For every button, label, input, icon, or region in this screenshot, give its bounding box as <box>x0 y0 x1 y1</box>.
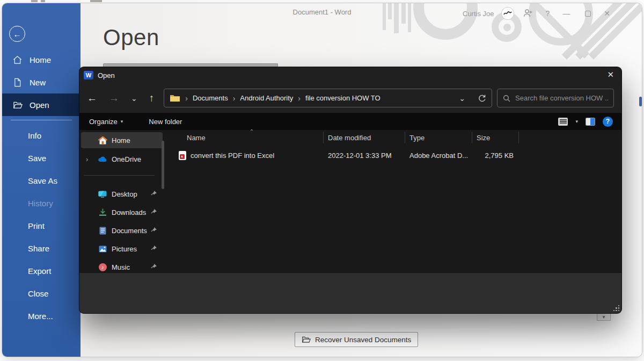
backstage-sidebar: ← Home New Open Info Save Save As <box>2 3 80 357</box>
breadcrumb-android-authority[interactable]: Android Authority <box>240 94 293 102</box>
page-title: Open <box>103 25 159 50</box>
file-type: Adobe Acrobat D... <box>405 151 472 160</box>
refresh-icon[interactable] <box>478 94 486 103</box>
sidebar-divider <box>11 120 72 120</box>
sidebar-item-print[interactable]: Print <box>2 214 80 237</box>
file-list: ˆ Name Date modified Type Size convert t… <box>169 130 621 272</box>
pdf-file-icon <box>179 151 186 160</box>
home-icon <box>12 55 23 65</box>
sidebar-scrollbar-thumb[interactable] <box>162 141 164 189</box>
sidebar-item-label: Home <box>30 55 51 64</box>
window-title: Document1 - Word <box>293 8 352 16</box>
music-icon: ♪ <box>98 263 107 271</box>
sidebar-item-save[interactable]: Save <box>2 147 80 169</box>
account-name[interactable]: Curtis Joe <box>463 10 494 18</box>
sidebar-item-info[interactable]: Info <box>2 124 80 147</box>
sort-ascending-icon: ˆ <box>251 129 253 136</box>
dialog-help-icon[interactable]: ? <box>603 117 613 127</box>
downloads-icon <box>98 208 107 216</box>
recover-unsaved-documents-button[interactable]: Recover Unsaved Documents <box>295 332 418 347</box>
column-header-name[interactable]: Name <box>169 132 324 143</box>
open-file-dialog: W Open ✕ ← → ⌄ ↑ › Documents › Android A… <box>79 67 621 313</box>
word-app-icon: W <box>84 71 93 80</box>
address-bar[interactable]: › Documents › Android Authority › file c… <box>164 89 492 107</box>
resize-grip[interactable] <box>613 305 619 311</box>
sidebar-item-label: New <box>30 78 46 87</box>
sidebar-item-label: Open <box>30 100 49 110</box>
sidebar-item-more[interactable]: More... <box>2 305 80 327</box>
dialog-close-button[interactable]: ✕ <box>607 70 614 80</box>
organize-menu[interactable]: Organize ▾ <box>89 118 123 126</box>
sidebar-item-share[interactable]: Share <box>2 237 80 259</box>
minimize-button[interactable]: — <box>562 9 570 18</box>
breadcrumb-file-conversion[interactable]: file conversion HOW TO <box>305 94 380 102</box>
column-header-type[interactable]: Type <box>405 132 472 143</box>
dialog-footer: File name: ⌄ All Word Documents ⌄ Tools … <box>79 272 621 313</box>
pin-icon <box>151 245 157 253</box>
sidebar-item-pictures[interactable]: Pictures <box>81 241 163 257</box>
details-view-icon[interactable] <box>558 118 568 126</box>
help-icon[interactable]: ? <box>546 9 550 18</box>
sidebar-item-new[interactable]: New <box>2 71 80 93</box>
caret-down-icon: ▾ <box>121 119 123 124</box>
file-name: convert this PDF into Excel <box>191 151 274 160</box>
expand-chevron-icon[interactable]: › <box>86 155 88 163</box>
sidebar-item-save-as[interactable]: Save As <box>2 169 80 192</box>
sidebar-item-downloads[interactable]: Downloads <box>81 204 163 220</box>
nav-recent-chevron[interactable]: ⌄ <box>131 94 137 103</box>
sidebar-item-close[interactable]: Close <box>2 282 80 305</box>
breadcrumb-separator: › <box>233 94 236 103</box>
top-edge-fragment <box>41 0 45 2</box>
breadcrumb-documents[interactable]: Documents <box>193 94 228 102</box>
sidebar-item-desktop[interactable]: Desktop <box>81 186 163 202</box>
new-folder-button[interactable]: New folder <box>149 118 182 126</box>
top-edge-fragment <box>90 0 102 2</box>
search-box[interactable] <box>497 89 614 107</box>
close-window-button[interactable]: ✕ <box>604 9 610 18</box>
documents-icon <box>98 226 107 235</box>
page-scrollbar-thumb[interactable] <box>639 97 642 106</box>
sidebar-item-open[interactable]: Open <box>2 93 80 116</box>
dialog-title: Open <box>98 71 115 80</box>
share-person-icon[interactable] <box>523 9 533 19</box>
view-options-caret[interactable]: ▾ <box>575 119 578 124</box>
sidebar-divider <box>84 175 155 176</box>
pin-icon <box>151 190 157 198</box>
pin-icon <box>151 227 157 235</box>
sidebar-item-history: History <box>2 192 80 214</box>
folder-icon <box>170 94 180 102</box>
back-button[interactable]: ← <box>9 26 25 42</box>
nav-up-button[interactable]: ↑ <box>149 92 155 104</box>
pictures-icon <box>98 244 107 253</box>
sidebar-item-home[interactable]: Home <box>81 132 163 148</box>
restore-button[interactable] <box>585 11 591 17</box>
dialog-navigation-bar: ← → ⌄ ↑ › Documents › Android Authority … <box>79 83 621 113</box>
nav-back-button[interactable]: ← <box>87 92 97 104</box>
dialog-sidebar: Home › OneDrive Desktop Down <box>79 130 169 272</box>
back-arrow-icon: ← <box>13 30 21 39</box>
file-size: 2,795 KB <box>472 151 519 160</box>
column-header-size[interactable]: Size <box>472 132 519 143</box>
pin-icon <box>151 263 157 271</box>
open-folder-icon <box>12 100 23 110</box>
column-header-date-modified[interactable]: Date modified <box>324 132 405 143</box>
scroll-down-button[interactable]: ▾ <box>597 313 611 321</box>
desktop-icon <box>98 190 107 198</box>
sidebar-item-music[interactable]: ♪ Music <box>81 259 163 272</box>
search-input[interactable] <box>515 94 608 102</box>
search-icon <box>503 95 510 102</box>
dialog-titlebar[interactable]: W Open ✕ <box>79 67 621 83</box>
avatar[interactable] <box>502 8 514 19</box>
sidebar-item-export[interactable]: Export <box>2 259 80 282</box>
file-row[interactable]: convert this PDF into Excel 2022-12-01 3… <box>169 147 621 163</box>
pin-icon <box>151 208 157 216</box>
sidebar-item-documents[interactable]: Documents <box>81 222 163 239</box>
nav-forward-button: → <box>109 92 119 104</box>
breadcrumb-separator: › <box>185 94 188 103</box>
sidebar-item-home[interactable]: Home <box>2 48 80 71</box>
address-dropdown-chevron[interactable]: ⌄ <box>459 94 465 103</box>
preview-pane-icon[interactable] <box>586 118 595 126</box>
sidebar-item-onedrive[interactable]: › OneDrive <box>81 151 163 167</box>
file-date-modified: 2022-12-01 3:33 PM <box>324 151 405 160</box>
new-document-icon <box>12 77 23 88</box>
